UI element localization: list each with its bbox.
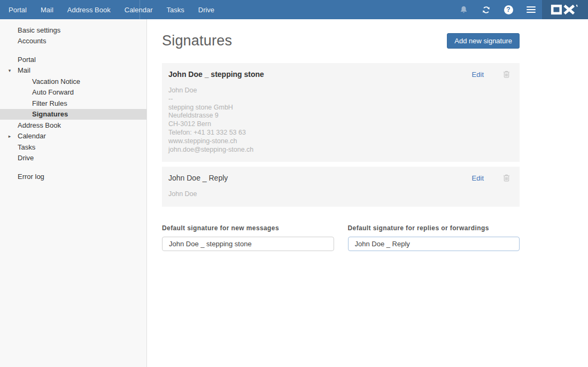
sidebar-item-label: Address Book <box>18 121 61 129</box>
delete-signature-button[interactable] <box>503 174 510 182</box>
trash-icon <box>503 71 510 78</box>
tab-portal[interactable]: Portal <box>2 0 34 19</box>
sidebar-item-label: Accounts <box>18 37 46 45</box>
sidebar-item-label: Auto Forward <box>32 88 74 96</box>
signature-preview: John Doe -- stepping stone GmbH Neufelds… <box>168 87 513 154</box>
delete-signature-button[interactable] <box>503 71 510 78</box>
signature-preview: John Doe <box>168 190 513 199</box>
refresh-icon <box>482 5 491 14</box>
tab-calendar[interactable]: Calendar <box>118 0 160 19</box>
menu-button[interactable] <box>520 0 542 19</box>
topbar-separator <box>140 0 140 19</box>
default-new-messages-select[interactable] <box>162 237 334 251</box>
help-icon: ? <box>504 5 513 14</box>
sidebar-item-auto-forward[interactable]: Auto Forward <box>0 87 146 98</box>
sidebar-item-label: Portal <box>18 56 36 64</box>
tab-mail[interactable]: Mail <box>34 0 60 19</box>
settings-sidebar: Basic settings Accounts Portal ▾ Mail Va… <box>0 19 147 367</box>
signature-name: John Doe _ stepping stone <box>168 70 264 79</box>
signature-name: John Doe _ Reply <box>168 174 228 182</box>
sidebar-item-label: Tasks <box>18 143 35 151</box>
refresh-button[interactable] <box>475 0 497 19</box>
signature-line: www.stepping-stone.ch <box>168 137 513 146</box>
tab-drive[interactable]: Drive <box>191 0 221 19</box>
sidebar-item-label: Signatures <box>32 110 68 118</box>
trash-icon <box>503 174 510 182</box>
default-replies-label: Default signature for replies or forward… <box>348 224 520 232</box>
signature-card: John Doe _ Reply Edit <box>162 167 520 207</box>
signature-card: John Doe _ stepping stone Edit <box>162 63 520 162</box>
sidebar-item-address-book[interactable]: Address Book <box>0 120 146 131</box>
ox-logo-icon <box>550 4 580 15</box>
sidebar-item-mail[interactable]: ▾ Mail <box>0 65 146 76</box>
add-new-signature-button[interactable]: Add new signature <box>447 33 520 49</box>
app-tabs: Portal Mail Address Book Calendar Tasks … <box>0 0 221 19</box>
sidebar-item-label: Filter Rules <box>32 99 67 107</box>
sidebar-item-label: Vacation Notice <box>32 77 80 85</box>
signature-line: Neufeldstrasse 9 <box>168 112 513 120</box>
sidebar-item-error-log[interactable]: Error log <box>0 171 146 182</box>
chevron-right-icon: ▸ <box>7 134 12 139</box>
sidebar-item-calendar[interactable]: ▸ Calendar <box>0 131 146 142</box>
tab-address-book[interactable]: Address Book <box>60 0 118 19</box>
signature-line: -- <box>168 95 513 104</box>
signature-line: John Doe <box>168 87 513 95</box>
default-new-messages-label: Default signature for new messages <box>162 224 334 232</box>
signature-line: stepping stone GmbH <box>168 104 513 112</box>
sidebar-item-label: Basic settings <box>18 26 60 34</box>
sidebar-item-signatures[interactable]: Signatures <box>0 109 146 120</box>
default-signature-section: Default signature for new messages Defau… <box>162 224 520 251</box>
sidebar-item-portal[interactable]: Portal <box>0 54 146 65</box>
signature-line: john.doe@stepping-stone.ch <box>168 146 513 154</box>
signature-line: John Doe <box>168 190 513 199</box>
signature-line: CH-3012 Bern <box>168 120 513 129</box>
sidebar-item-label: Mail <box>18 66 30 74</box>
signature-line: Telefon: +41 31 332 53 63 <box>168 129 513 137</box>
edit-signature-link[interactable]: Edit <box>472 174 484 182</box>
page-title: Signatures <box>162 33 232 49</box>
default-replies-select[interactable] <box>348 237 520 251</box>
sidebar-item-tasks[interactable]: Tasks <box>0 142 146 153</box>
notifications-button[interactable] <box>452 0 475 19</box>
logo-block: OX <box>542 0 588 19</box>
sidebar-item-basic-settings[interactable]: Basic settings <box>0 25 146 36</box>
edit-signature-link[interactable]: Edit <box>472 71 484 79</box>
hamburger-icon <box>527 6 536 13</box>
chevron-down-icon: ▾ <box>7 68 12 73</box>
sidebar-item-filter-rules[interactable]: Filter Rules <box>0 98 146 109</box>
sidebar-item-label: Error log <box>18 173 44 181</box>
sidebar-item-drive[interactable]: Drive <box>0 153 146 164</box>
sidebar-item-label: Drive <box>18 154 34 162</box>
tab-tasks[interactable]: Tasks <box>160 0 191 19</box>
settings-main-pane: Signatures Add new signature John Doe _ … <box>147 19 588 367</box>
sidebar-item-accounts[interactable]: Accounts <box>0 36 146 47</box>
sidebar-item-vacation-notice[interactable]: Vacation Notice <box>0 76 146 87</box>
topbar: Portal Mail Address Book Calendar Tasks … <box>0 0 588 19</box>
help-button[interactable]: ? <box>497 0 520 19</box>
sidebar-item-label: Calendar <box>18 132 46 140</box>
bell-icon <box>459 5 468 14</box>
